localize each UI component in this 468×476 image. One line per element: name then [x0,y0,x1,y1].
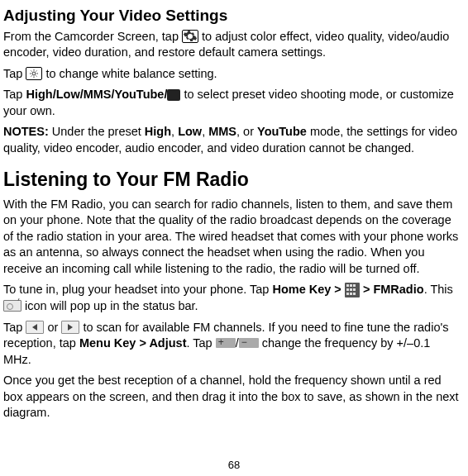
scan-left-icon [26,321,44,334]
para-fm-1: With the FM Radio, you can search for ra… [3,197,461,278]
para-notes: NOTES: Under the preset High, Low, MMS, … [3,124,461,156]
svg-point-0 [32,72,36,75]
text: . Tap [187,336,216,350]
text: Tap [3,321,26,334]
preset-modes-label: High/Low/MMS/YouTube/ [26,88,167,101]
text: , or [236,125,257,138]
nav-fmradio: > FMRadio [363,283,424,296]
mode-high: High [145,125,171,138]
mode-youtube: YouTube [257,125,307,138]
app-grid-icon [345,283,360,298]
heading-video-settings: Adjusting Your Video Settings [3,5,461,26]
para-video-2: Tap to change white balance setting. [3,66,461,83]
freq-down-icon [239,338,259,348]
text: , [202,125,208,138]
text: icon will pop up in the status bar. [25,299,198,312]
notes-label: NOTES: [3,125,49,138]
text: Tap [3,88,26,101]
para-video-3: Tap High/Low/MMS/YouTube/ to select pres… [3,87,461,119]
custom-mode-icon [167,89,180,101]
heading-fm-radio: Listening to Your FM Radio [3,167,461,193]
mode-mms: MMS [208,125,236,138]
text: Tap [3,67,26,80]
nav-menu-adjust: Menu Key > Adjust [79,336,187,350]
radio-status-icon [3,300,21,312]
text: Under the preset [49,125,145,138]
mode-low: Low [178,125,202,138]
nav-home-key: Home Key > [272,283,344,296]
settings-gear-icon [182,30,198,43]
text: to change white balance setting. [45,67,217,80]
para-video-1: From the Camcorder Screen, tap to adjust… [3,29,461,61]
scan-right-icon [61,321,79,334]
text: To tune in, plug your headset into your … [3,283,272,296]
freq-up-icon [216,338,236,348]
para-fm-3: Tap or to scan for available FM channels… [3,320,461,369]
text: . This [424,283,453,296]
white-balance-icon [26,67,42,80]
para-fm-4: Once you get the best reception of a cha… [3,373,461,421]
text: , [171,125,178,138]
page-number: 68 [0,458,468,473]
text: or [47,321,61,334]
text: From the Camcorder Screen, tap [3,30,182,43]
para-fm-2: To tune in, plug your headset into your … [3,282,461,314]
